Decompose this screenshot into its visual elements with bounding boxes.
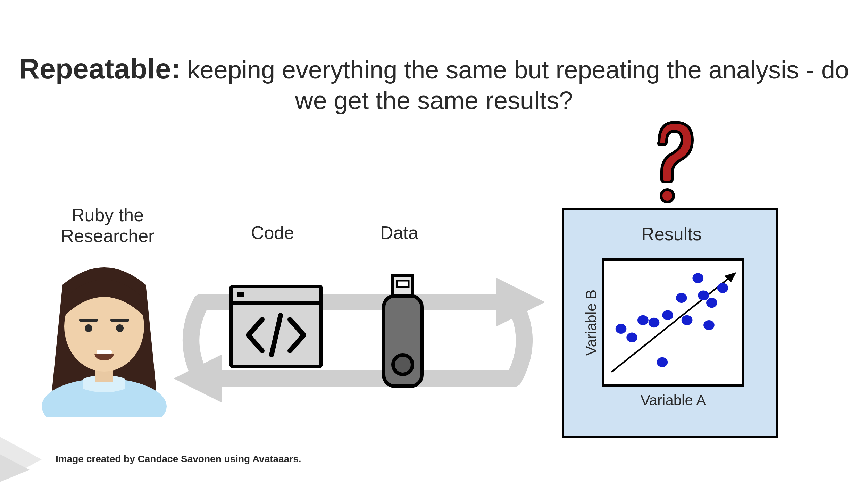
svg-point-30 [676,293,687,303]
svg-point-33 [698,290,709,300]
cycle-arrows-icon [160,257,556,424]
title-term: Repeatable: [19,53,181,84]
svg-point-35 [706,298,717,308]
researcher-avatar-icon [35,257,174,417]
code-label: Code [220,222,325,243]
svg-point-34 [703,320,715,330]
svg-rect-10 [110,319,129,322]
question-mark-icon [649,118,698,205]
y-axis-label: Variable B [583,258,600,387]
svg-point-29 [662,310,673,320]
svg-point-31 [682,315,693,325]
scatter-plot [602,258,744,387]
image-credit: Image created by Candace Savonen using A… [56,454,301,465]
svg-point-25 [626,332,637,342]
svg-point-8 [116,324,124,332]
svg-line-23 [611,273,735,372]
svg-point-27 [649,318,660,327]
code-window-icon [229,285,323,368]
svg-rect-19 [397,281,409,287]
svg-point-28 [657,357,668,367]
researcher-label: Ruby the Researcher [45,205,170,247]
svg-point-24 [616,324,627,334]
title-rest: keeping everything the same but repeatin… [181,56,849,114]
usb-drive-icon [377,274,429,389]
svg-rect-9 [79,319,98,322]
svg-point-36 [717,283,728,293]
corner-decoration-icon [0,437,62,482]
svg-point-21 [393,355,412,374]
svg-point-26 [637,315,649,325]
slide-title: Repeatable: keeping everything the same … [17,52,851,115]
svg-rect-13 [97,350,112,354]
svg-rect-16 [237,292,244,297]
svg-point-7 [85,324,92,332]
svg-point-32 [692,273,703,283]
results-panel: Results Variable B Variable A [562,208,778,438]
data-label: Data [347,222,451,243]
results-title: Results [564,224,779,244]
svg-point-22 [661,190,674,202]
x-axis-label: Variable A [602,392,744,409]
